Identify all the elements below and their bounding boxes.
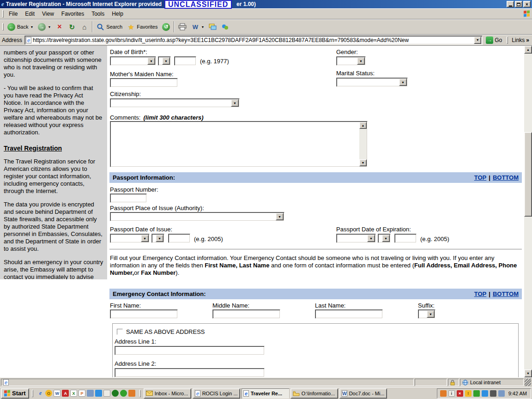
passport-expiration-day-select[interactable]: ▼ xyxy=(378,234,391,243)
passport-expiration-month-select[interactable]: ▼ xyxy=(336,234,376,243)
tray-messenger-icon[interactable] xyxy=(482,390,488,397)
taskbar-grip[interactable] xyxy=(139,390,141,397)
marital-status-select[interactable]: ▼ xyxy=(336,78,408,87)
taskbar-grip[interactable] xyxy=(32,390,33,397)
start-button[interactable]: Start xyxy=(1,388,29,399)
menu-file[interactable]: File xyxy=(5,9,21,18)
task-button-doc7[interactable]: W Doc7.doc - Mi... xyxy=(339,388,387,399)
forward-button[interactable]: → ▼ xyxy=(36,20,53,34)
back-button[interactable]: ← Back ▼ xyxy=(5,20,36,34)
standard-buttons-toolbar: ← Back ▼ → ▼ × ↻ ⌂ Search ★ Favorites ↺ … xyxy=(0,19,532,35)
acrobat-icon[interactable]: A xyxy=(62,390,69,397)
passport-issue-month-select[interactable]: ▼ xyxy=(110,234,150,243)
dob-month-select[interactable]: ▼ xyxy=(110,56,156,66)
task-button-traveler[interactable]: e Traveler Re... xyxy=(242,388,289,399)
powerpoint-icon[interactable]: P xyxy=(79,390,86,397)
go-button[interactable]: → Go xyxy=(485,36,503,44)
scroll-up-button[interactable]: ▲ xyxy=(359,122,367,129)
page-scrollbar[interactable]: ▲ ▼ xyxy=(524,46,532,377)
menu-bar: File Edit View Favorites Tools Help xyxy=(0,8,532,19)
media-player-icon[interactable] xyxy=(112,390,119,397)
messenger-button[interactable] xyxy=(219,20,231,34)
status-progress-panel xyxy=(415,379,447,386)
address-field[interactable]: e https://travelregistration.state.gov/i… xyxy=(24,36,483,45)
tray-network-icon[interactable] xyxy=(473,390,480,397)
mothers-maiden-name-input[interactable] xyxy=(110,78,178,87)
scroll-up-button[interactable]: ▲ xyxy=(524,46,532,54)
menu-view[interactable]: View xyxy=(38,9,58,18)
tray-volume-icon[interactable] xyxy=(498,390,505,397)
first-name-input[interactable] xyxy=(110,309,178,319)
address-dropdown-button[interactable]: ▼ xyxy=(474,36,481,44)
maximize-button[interactable] xyxy=(515,1,522,7)
toolbar-grip[interactable] xyxy=(2,10,4,18)
menu-tools[interactable]: Tools xyxy=(88,9,108,18)
chevron-down-icon[interactable]: ▼ xyxy=(201,25,204,29)
history-button[interactable]: ↺ xyxy=(160,20,172,34)
tray-display-icon[interactable] xyxy=(490,390,496,397)
passport-place-select[interactable]: ▼ xyxy=(110,212,284,221)
passport-issue-day-select[interactable]: ▼ xyxy=(151,234,164,243)
citizenship-select[interactable]: ▼ xyxy=(110,98,240,108)
last-name-input[interactable] xyxy=(315,309,383,319)
address-url[interactable]: https://travelregistration.state.gov/ibr… xyxy=(33,37,472,43)
refresh-button[interactable]: ↻ xyxy=(66,20,78,34)
task-button-folder[interactable]: O:\Informatio... xyxy=(290,388,338,399)
dob-day-select[interactable]: ▼ xyxy=(158,56,171,66)
discuss-button[interactable] xyxy=(206,20,219,34)
favorites-button[interactable]: ★ Favorites xyxy=(125,20,160,34)
tv-viewer-icon[interactable] xyxy=(128,390,136,397)
chevron-down-icon[interactable]: ▼ xyxy=(48,25,51,29)
minimize-button[interactable] xyxy=(507,1,514,7)
tray-antivirus-icon[interactable]: ! xyxy=(465,390,472,397)
toolbar-grip[interactable] xyxy=(2,23,4,30)
address-line1-input[interactable] xyxy=(115,346,265,355)
notepad-icon[interactable] xyxy=(103,390,111,397)
tray-info-icon[interactable]: i xyxy=(448,390,455,397)
scrollbar-track[interactable] xyxy=(359,129,367,159)
resize-grip[interactable] xyxy=(525,379,531,386)
dob-year-input[interactable] xyxy=(174,56,196,66)
word-icon[interactable]: W xyxy=(54,390,61,397)
chevron-down-icon[interactable]: ▼ xyxy=(30,25,33,29)
search-button[interactable]: Search xyxy=(94,20,125,34)
edit-with-word-button[interactable]: W ▼ xyxy=(189,20,206,34)
gender-select[interactable]: ▼ xyxy=(336,56,366,66)
menu-edit[interactable]: Edit xyxy=(21,9,38,18)
excel-icon[interactable]: X xyxy=(70,390,78,397)
bottom-link[interactable]: BOTTOM xyxy=(493,174,519,181)
passport-issue-year-input[interactable] xyxy=(168,234,190,243)
internet-explorer-icon[interactable]: e xyxy=(37,390,44,397)
comments-textarea[interactable]: ▲ ▼ xyxy=(110,121,368,167)
tray-new-mail-icon[interactable] xyxy=(440,390,447,397)
passport-expiration-year-input[interactable] xyxy=(394,234,417,243)
address-line2-input[interactable] xyxy=(115,368,265,377)
passport-number-input[interactable] xyxy=(110,193,147,203)
links-button[interactable]: Links » xyxy=(512,37,530,43)
menu-help[interactable]: Help xyxy=(108,9,127,18)
print-button[interactable] xyxy=(176,20,189,34)
top-link[interactable]: TOP xyxy=(474,174,487,181)
same-as-above-checkbox[interactable] xyxy=(117,329,123,335)
stop-button[interactable]: × xyxy=(53,20,66,34)
task-button-rocis[interactable]: e ROCIS Login ... xyxy=(193,388,240,399)
scroll-down-button[interactable]: ▼ xyxy=(359,159,367,166)
tray-remove-hardware-icon[interactable]: × xyxy=(457,390,463,397)
messenger-icon[interactable] xyxy=(120,390,127,397)
top-link[interactable]: TOP xyxy=(474,290,487,297)
middle-name-input[interactable] xyxy=(212,309,280,319)
calendar-icon[interactable] xyxy=(95,390,103,397)
show-desktop-icon[interactable] xyxy=(87,390,94,397)
scrollbar-track[interactable] xyxy=(524,54,532,369)
textarea-scrollbar[interactable]: ▲ ▼ xyxy=(359,122,367,166)
bottom-link[interactable]: BOTTOM xyxy=(493,290,519,297)
menu-favorites[interactable]: Favorites xyxy=(58,9,88,18)
task-button-inbox[interactable]: Inbox - Micro... xyxy=(144,388,191,399)
links-grip[interactable] xyxy=(507,36,508,44)
outlook-icon[interactable]: O xyxy=(45,390,53,397)
close-button[interactable]: × xyxy=(523,1,531,7)
suffix-select[interactable]: ▼ xyxy=(418,309,435,319)
scroll-down-button[interactable]: ▼ xyxy=(524,369,532,377)
home-button[interactable]: ⌂ xyxy=(78,20,91,34)
scrollbar-thumb[interactable] xyxy=(524,132,532,217)
